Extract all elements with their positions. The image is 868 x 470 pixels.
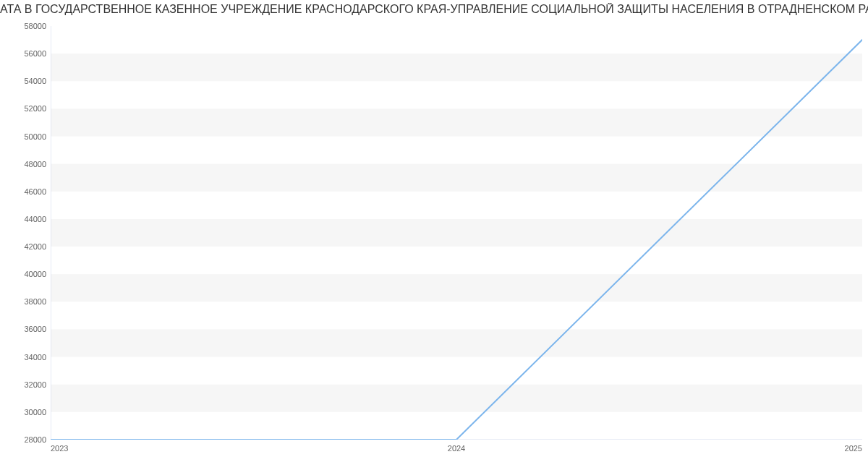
y-tick-label: 36000 [24,325,46,333]
chart-container: АТА В ГОСУДАРСТВЕННОЕ КАЗЕННОЕ УЧРЕЖДЕНИ… [0,0,868,470]
y-tick-label: 48000 [24,160,46,168]
plot-band [51,329,862,356]
x-tick-label: 2025 [845,444,862,453]
y-tick-label: 40000 [24,270,46,278]
plot-bands [51,54,862,412]
x-tick-label: 2023 [51,444,68,453]
x-tick-label: 2024 [448,444,465,453]
y-tick-label: 34000 [24,353,46,362]
y-tick-label: 32000 [24,380,46,389]
y-tick-label: 52000 [24,104,46,113]
chart-title: АТА В ГОСУДАРСТВЕННОЕ КАЗЕННОЕ УЧРЕЖДЕНИ… [0,3,868,16]
plot-band [51,164,862,192]
y-tick-label: 54000 [24,77,46,85]
plot-band [51,108,862,136]
y-tick-label: 30000 [24,408,46,416]
y-tick-label: 46000 [24,187,46,196]
plot-band [51,274,862,302]
y-tick-label: 44000 [24,215,46,223]
plot-band [51,219,862,247]
y-tick-label: 50000 [24,132,46,141]
y-tick-label: 42000 [24,242,46,251]
plot-band [51,385,862,412]
y-tick-label: 56000 [24,49,46,58]
y-tick-label: 38000 [24,297,46,306]
plot-band [51,54,862,81]
plot-area [51,26,862,440]
y-tick-label: 28000 [24,435,46,444]
y-tick-label: 58000 [24,22,46,30]
